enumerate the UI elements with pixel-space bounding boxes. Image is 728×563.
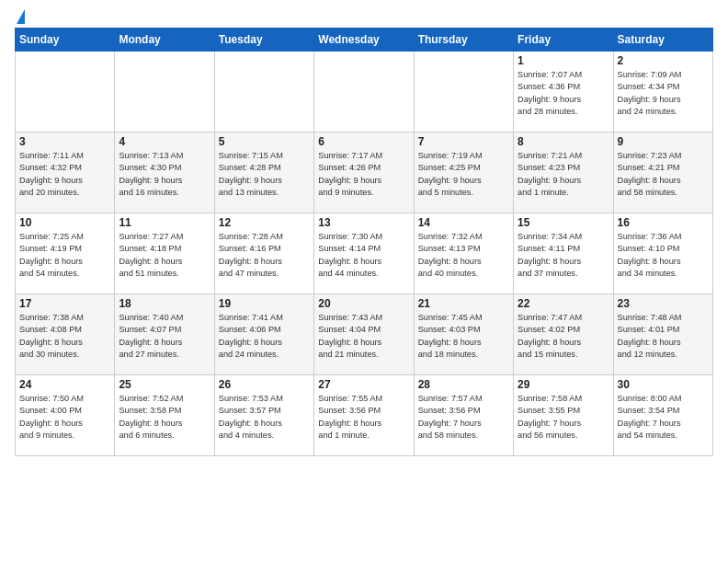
calendar-cell: 25Sunrise: 7:52 AM Sunset: 3:58 PM Dayli… bbox=[115, 375, 214, 456]
calendar-cell: 16Sunrise: 7:36 AM Sunset: 4:10 PM Dayli… bbox=[613, 213, 712, 294]
day-number: 30 bbox=[618, 378, 709, 391]
day-number: 17 bbox=[19, 297, 110, 310]
day-number: 2 bbox=[618, 54, 709, 67]
weekday-header-row: SundayMondayTuesdayWednesdayThursdayFrid… bbox=[16, 29, 713, 52]
calendar-cell: 4Sunrise: 7:13 AM Sunset: 4:30 PM Daylig… bbox=[115, 132, 214, 213]
calendar-cell: 14Sunrise: 7:32 AM Sunset: 4:13 PM Dayli… bbox=[414, 213, 513, 294]
day-info: Sunrise: 7:23 AM Sunset: 4:21 PM Dayligh… bbox=[618, 150, 709, 199]
calendar-cell: 18Sunrise: 7:40 AM Sunset: 4:07 PM Dayli… bbox=[115, 294, 214, 375]
calendar-week-row: 1Sunrise: 7:07 AM Sunset: 4:36 PM Daylig… bbox=[16, 52, 713, 132]
day-number: 9 bbox=[618, 135, 709, 148]
logo-triangle-icon bbox=[17, 9, 25, 24]
calendar-cell: 3Sunrise: 7:11 AM Sunset: 4:32 PM Daylig… bbox=[16, 132, 115, 213]
weekday-header-monday: Monday bbox=[115, 29, 214, 52]
day-number: 4 bbox=[119, 135, 210, 148]
calendar-cell: 7Sunrise: 7:19 AM Sunset: 4:25 PM Daylig… bbox=[414, 132, 513, 213]
day-info: Sunrise: 7:47 AM Sunset: 4:02 PM Dayligh… bbox=[518, 312, 609, 361]
day-info: Sunrise: 7:09 AM Sunset: 4:34 PM Dayligh… bbox=[618, 69, 709, 118]
day-info: Sunrise: 7:11 AM Sunset: 4:32 PM Dayligh… bbox=[19, 150, 110, 199]
header bbox=[15, 9, 713, 22]
day-info: Sunrise: 7:41 AM Sunset: 4:06 PM Dayligh… bbox=[219, 312, 310, 361]
calendar-cell: 29Sunrise: 7:58 AM Sunset: 3:55 PM Dayli… bbox=[514, 375, 613, 456]
day-info: Sunrise: 7:27 AM Sunset: 4:18 PM Dayligh… bbox=[119, 231, 210, 280]
day-number: 23 bbox=[618, 297, 709, 310]
calendar-cell: 6Sunrise: 7:17 AM Sunset: 4:26 PM Daylig… bbox=[314, 132, 414, 213]
weekday-header-wednesday: Wednesday bbox=[314, 29, 414, 52]
calendar-cell: 27Sunrise: 7:55 AM Sunset: 3:56 PM Dayli… bbox=[314, 375, 414, 456]
calendar-week-row: 17Sunrise: 7:38 AM Sunset: 4:08 PM Dayli… bbox=[16, 294, 713, 375]
day-info: Sunrise: 7:38 AM Sunset: 4:08 PM Dayligh… bbox=[19, 312, 110, 361]
calendar-cell: 15Sunrise: 7:34 AM Sunset: 4:11 PM Dayli… bbox=[514, 213, 613, 294]
day-number: 28 bbox=[418, 378, 509, 391]
day-number: 18 bbox=[119, 297, 210, 310]
day-number: 8 bbox=[518, 135, 609, 148]
day-info: Sunrise: 7:25 AM Sunset: 4:19 PM Dayligh… bbox=[19, 231, 110, 280]
day-info: Sunrise: 7:07 AM Sunset: 4:36 PM Dayligh… bbox=[518, 69, 609, 118]
page: SundayMondayTuesdayWednesdayThursdayFrid… bbox=[0, 0, 728, 563]
weekday-header-saturday: Saturday bbox=[613, 29, 712, 52]
calendar-cell bbox=[214, 52, 313, 132]
calendar-cell: 13Sunrise: 7:30 AM Sunset: 4:14 PM Dayli… bbox=[314, 213, 414, 294]
weekday-header-thursday: Thursday bbox=[414, 29, 513, 52]
day-info: Sunrise: 7:55 AM Sunset: 3:56 PM Dayligh… bbox=[318, 393, 409, 442]
day-number: 11 bbox=[119, 216, 210, 229]
day-number: 5 bbox=[219, 135, 310, 148]
day-info: Sunrise: 7:53 AM Sunset: 3:57 PM Dayligh… bbox=[219, 393, 310, 442]
calendar-cell: 5Sunrise: 7:15 AM Sunset: 4:28 PM Daylig… bbox=[214, 132, 313, 213]
day-number: 1 bbox=[518, 54, 609, 67]
calendar-cell: 28Sunrise: 7:57 AM Sunset: 3:56 PM Dayli… bbox=[414, 375, 513, 456]
calendar-week-row: 10Sunrise: 7:25 AM Sunset: 4:19 PM Dayli… bbox=[16, 213, 713, 294]
calendar-cell bbox=[16, 52, 115, 132]
day-number: 25 bbox=[119, 378, 210, 391]
day-number: 13 bbox=[318, 216, 409, 229]
calendar-cell: 11Sunrise: 7:27 AM Sunset: 4:18 PM Dayli… bbox=[115, 213, 214, 294]
day-info: Sunrise: 7:50 AM Sunset: 4:00 PM Dayligh… bbox=[19, 393, 110, 442]
day-number: 29 bbox=[518, 378, 609, 391]
calendar-cell: 22Sunrise: 7:47 AM Sunset: 4:02 PM Dayli… bbox=[514, 294, 613, 375]
weekday-header-sunday: Sunday bbox=[16, 29, 115, 52]
day-number: 21 bbox=[418, 297, 509, 310]
calendar-cell: 12Sunrise: 7:28 AM Sunset: 4:16 PM Dayli… bbox=[214, 213, 313, 294]
day-number: 7 bbox=[418, 135, 509, 148]
calendar-cell: 2Sunrise: 7:09 AM Sunset: 4:34 PM Daylig… bbox=[613, 52, 712, 132]
calendar-cell: 30Sunrise: 8:00 AM Sunset: 3:54 PM Dayli… bbox=[613, 375, 712, 456]
calendar-cell bbox=[414, 52, 513, 132]
day-info: Sunrise: 7:36 AM Sunset: 4:10 PM Dayligh… bbox=[618, 231, 709, 280]
calendar-cell: 23Sunrise: 7:48 AM Sunset: 4:01 PM Dayli… bbox=[613, 294, 712, 375]
day-info: Sunrise: 7:15 AM Sunset: 4:28 PM Dayligh… bbox=[219, 150, 310, 199]
calendar-cell: 17Sunrise: 7:38 AM Sunset: 4:08 PM Dayli… bbox=[16, 294, 115, 375]
calendar-cell: 26Sunrise: 7:53 AM Sunset: 3:57 PM Dayli… bbox=[214, 375, 313, 456]
day-number: 20 bbox=[318, 297, 409, 310]
day-info: Sunrise: 7:52 AM Sunset: 3:58 PM Dayligh… bbox=[119, 393, 210, 442]
day-info: Sunrise: 7:28 AM Sunset: 4:16 PM Dayligh… bbox=[219, 231, 310, 280]
day-info: Sunrise: 7:43 AM Sunset: 4:04 PM Dayligh… bbox=[318, 312, 409, 361]
day-info: Sunrise: 7:57 AM Sunset: 3:56 PM Dayligh… bbox=[418, 393, 509, 442]
day-number: 22 bbox=[518, 297, 609, 310]
weekday-header-friday: Friday bbox=[514, 29, 613, 52]
day-number: 16 bbox=[618, 216, 709, 229]
weekday-header-tuesday: Tuesday bbox=[214, 29, 313, 52]
calendar-table: SundayMondayTuesdayWednesdayThursdayFrid… bbox=[15, 28, 713, 456]
day-info: Sunrise: 7:40 AM Sunset: 4:07 PM Dayligh… bbox=[119, 312, 210, 361]
calendar-cell: 19Sunrise: 7:41 AM Sunset: 4:06 PM Dayli… bbox=[214, 294, 313, 375]
calendar-cell: 9Sunrise: 7:23 AM Sunset: 4:21 PM Daylig… bbox=[613, 132, 712, 213]
day-number: 12 bbox=[219, 216, 310, 229]
day-info: Sunrise: 7:30 AM Sunset: 4:14 PM Dayligh… bbox=[318, 231, 409, 280]
day-number: 10 bbox=[19, 216, 110, 229]
day-number: 3 bbox=[19, 135, 110, 148]
logo bbox=[15, 9, 25, 22]
calendar-cell bbox=[115, 52, 214, 132]
day-info: Sunrise: 7:58 AM Sunset: 3:55 PM Dayligh… bbox=[518, 393, 609, 442]
day-info: Sunrise: 7:19 AM Sunset: 4:25 PM Dayligh… bbox=[418, 150, 509, 199]
calendar-cell: 24Sunrise: 7:50 AM Sunset: 4:00 PM Dayli… bbox=[16, 375, 115, 456]
day-info: Sunrise: 7:21 AM Sunset: 4:23 PM Dayligh… bbox=[518, 150, 609, 199]
day-number: 15 bbox=[518, 216, 609, 229]
day-number: 19 bbox=[219, 297, 310, 310]
calendar-week-row: 3Sunrise: 7:11 AM Sunset: 4:32 PM Daylig… bbox=[16, 132, 713, 213]
day-info: Sunrise: 7:13 AM Sunset: 4:30 PM Dayligh… bbox=[119, 150, 210, 199]
day-number: 14 bbox=[418, 216, 509, 229]
day-info: Sunrise: 7:34 AM Sunset: 4:11 PM Dayligh… bbox=[518, 231, 609, 280]
day-number: 24 bbox=[19, 378, 110, 391]
day-info: Sunrise: 8:00 AM Sunset: 3:54 PM Dayligh… bbox=[618, 393, 709, 442]
day-info: Sunrise: 7:48 AM Sunset: 4:01 PM Dayligh… bbox=[618, 312, 709, 361]
